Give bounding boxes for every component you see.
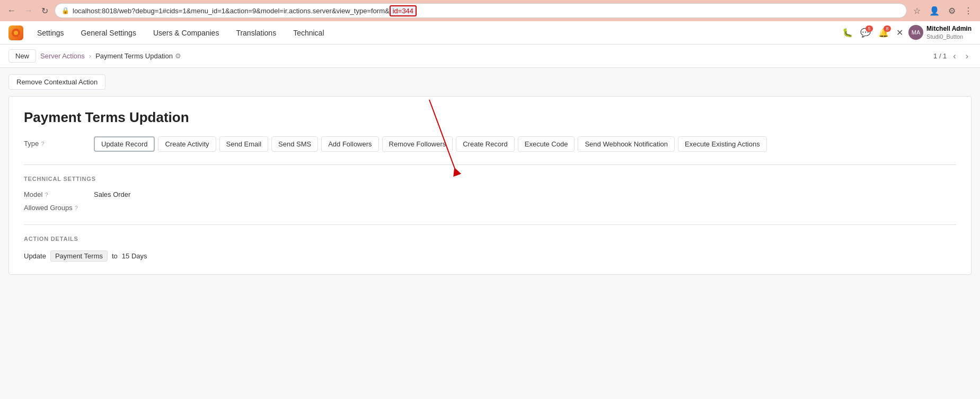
url-text: localhost:8018/web?debug=1#cids=1&menu_i… xyxy=(73,7,390,15)
model-row: Model ? Sales Order xyxy=(24,190,956,198)
nav-general-settings[interactable]: General Settings xyxy=(78,27,139,39)
update-label: Update xyxy=(24,252,46,260)
activity-button[interactable]: 🔔 8 xyxy=(876,25,891,40)
app-header: Settings General Settings Users & Compan… xyxy=(0,21,980,45)
update-value: 15 Days xyxy=(122,252,147,260)
type-btn-execute-existing[interactable]: Execute Existing Actions xyxy=(678,136,767,152)
prev-button[interactable]: ‹ xyxy=(950,50,959,62)
activity-badge: 8 xyxy=(884,25,891,32)
type-label: Type ? xyxy=(24,136,87,148)
nav-technical[interactable]: Technical xyxy=(290,27,327,39)
type-btn-execute-code[interactable]: Execute Code xyxy=(518,136,575,152)
app-logo[interactable] xyxy=(8,25,23,40)
back-button[interactable]: ← xyxy=(5,5,18,16)
next-button[interactable]: › xyxy=(963,50,972,62)
user-company: Studi0_Button xyxy=(926,33,972,40)
header-right: 🐛 💬 5 🔔 8 ✕ MA Mitchell Admin Studi0_But… xyxy=(840,25,972,41)
breadcrumb-current-label: Payment Terms Updation xyxy=(95,52,173,60)
type-btn-add-followers[interactable]: Add Followers xyxy=(321,136,378,152)
type-buttons: Update Record Create Activity Send Email… xyxy=(94,136,767,152)
extensions-button[interactable]: ⚙ xyxy=(946,5,958,17)
refresh-button[interactable]: ↻ xyxy=(39,5,50,17)
model-help-icon[interactable]: ? xyxy=(45,192,48,198)
form-title: Payment Terms Updation xyxy=(24,109,956,126)
nav-translations[interactable]: Translations xyxy=(233,27,279,39)
breadcrumb-bar: New Server Actions › Payment Terms Updat… xyxy=(0,45,980,68)
type-btn-update-record[interactable]: Update Record xyxy=(94,136,155,152)
messages-badge: 5 xyxy=(866,25,873,32)
type-btn-create-activity[interactable]: Create Activity xyxy=(158,136,216,152)
browser-right-icons: ☆ 👤 ⚙ ⋮ xyxy=(911,5,975,17)
avatar: MA xyxy=(908,25,923,40)
action-btn-bar: Remove Contextual Action xyxy=(8,74,972,90)
address-bar[interactable]: 🔒 localhost:8018/web?debug=1#cids=1&menu… xyxy=(55,3,907,18)
main-content: Remove Contextual Action Payment Terms U… xyxy=(0,68,980,399)
type-btn-send-sms[interactable]: Send SMS xyxy=(271,136,318,152)
profile-button[interactable]: 👤 xyxy=(927,5,942,17)
update-to-label: to xyxy=(112,252,118,260)
action-details-header: ACTION DETAILS xyxy=(24,224,956,242)
close-button[interactable]: ✕ xyxy=(894,25,905,40)
model-label: Model ? xyxy=(24,190,87,198)
type-help-icon[interactable]: ? xyxy=(41,141,44,147)
user-info: Mitchell Admin Studi0_Button xyxy=(926,25,972,41)
url-highlight: id=344 xyxy=(390,5,417,16)
type-btn-create-record[interactable]: Create Record xyxy=(456,136,515,152)
allowed-groups-label: Allowed Groups ? xyxy=(24,204,87,212)
allowed-groups-help-icon[interactable]: ? xyxy=(75,205,78,211)
pagination-text: 1 / 1 xyxy=(933,52,947,60)
svg-point-1 xyxy=(14,31,18,35)
breadcrumb-parent[interactable]: Server Actions xyxy=(40,52,85,60)
update-field-badge: Payment Terms xyxy=(50,250,108,262)
user-name: Mitchell Admin xyxy=(926,25,972,33)
breadcrumb-left: New Server Actions › Payment Terms Updat… xyxy=(8,49,181,63)
nav-users-companies[interactable]: Users & Companies xyxy=(150,27,223,39)
lock-icon: 🔒 xyxy=(61,7,69,14)
debug-icon-button[interactable]: 🐛 xyxy=(840,25,855,40)
model-value: Sales Order xyxy=(94,190,130,198)
gear-icon[interactable]: ⚙ xyxy=(175,52,181,60)
update-row: Update Payment Terms to 15 Days xyxy=(24,250,956,262)
browser-chrome: ← → ↻ 🔒 localhost:8018/web?debug=1#cids=… xyxy=(0,0,980,21)
menu-button[interactable]: ⋮ xyxy=(962,5,975,17)
bookmark-button[interactable]: ☆ xyxy=(911,5,923,17)
allowed-groups-row: Allowed Groups ? xyxy=(24,204,956,212)
nav-settings[interactable]: Settings xyxy=(34,27,67,39)
breadcrumb-current: Payment Terms Updation ⚙ xyxy=(95,52,181,60)
breadcrumb-separator: › xyxy=(89,52,91,60)
type-btn-remove-followers[interactable]: Remove Followers xyxy=(382,136,453,152)
new-button[interactable]: New xyxy=(8,49,36,63)
type-btn-send-webhook[interactable]: Send Webhook Notification xyxy=(578,136,675,152)
technical-settings-header: TECHNICAL SETTINGS xyxy=(24,164,956,182)
form-card: Payment Terms Updation Type ? Update Rec… xyxy=(8,96,972,275)
pagination: 1 / 1 ‹ › xyxy=(933,50,972,62)
forward-button[interactable]: → xyxy=(22,5,35,16)
type-btn-send-email[interactable]: Send Email xyxy=(219,136,268,152)
messages-button[interactable]: 💬 5 xyxy=(858,25,873,40)
type-field-row: Type ? Update Record Create Activity Sen… xyxy=(24,136,956,152)
remove-contextual-action-button[interactable]: Remove Contextual Action xyxy=(8,74,105,90)
